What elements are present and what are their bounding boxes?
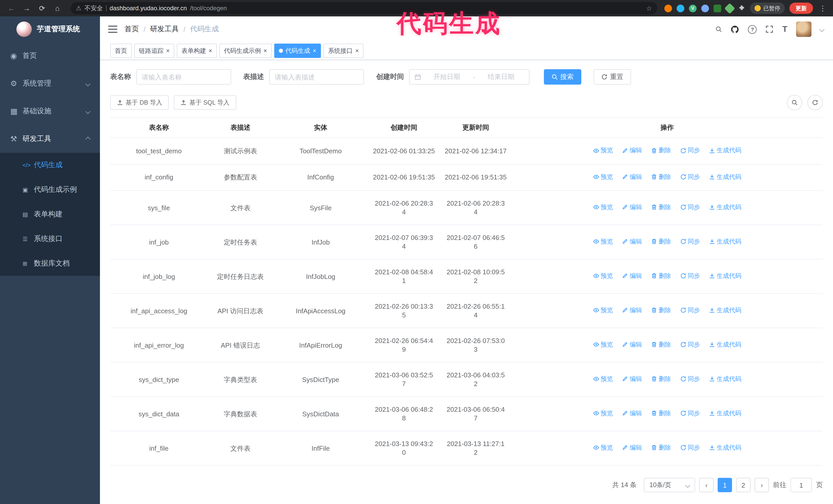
delete-link[interactable]: 删除 [651,272,671,281]
preview-link[interactable]: 预览 [593,272,613,281]
extension-icon[interactable] [714,4,721,12]
tab-codegen-example[interactable]: 代码生成示例× [219,44,272,58]
delete-link[interactable]: 删除 [651,443,671,452]
generate-code-link[interactable]: 生成代码 [709,172,741,181]
sidebar-item-home[interactable]: ◉ 首页 [0,42,100,70]
table-name-input[interactable] [136,69,231,85]
page-button-1[interactable]: 1 [718,478,732,492]
extensions-puzzle-icon[interactable] [738,5,745,12]
sync-link[interactable]: 同步 [680,172,700,181]
chevron-down-icon[interactable] [819,27,825,32]
edit-link[interactable]: 编辑 [622,172,642,181]
sidebar-item-system-api[interactable]: ☰ 系统接口 [0,226,100,251]
generate-code-link[interactable]: 生成代码 [709,340,741,349]
sidebar-item-infrastructure[interactable]: ▦ 基础设施 [0,97,100,125]
sync-link[interactable]: 同步 [680,306,700,315]
bookmark-star-icon[interactable]: ☆ [646,4,652,12]
edit-link[interactable]: 编辑 [622,237,642,246]
edit-link[interactable]: 编辑 [622,340,642,349]
font-size-icon[interactable]: T [782,25,787,34]
sync-link[interactable]: 同步 [680,340,700,349]
sync-link[interactable]: 同步 [680,409,700,418]
close-icon[interactable]: × [209,48,212,54]
tab-trace[interactable]: 链路追踪× [134,44,174,58]
sidebar-item-codegen-example[interactable]: ▣ 代码生成示例 [0,177,100,202]
delete-link[interactable]: 删除 [651,172,671,181]
vue-devtools-icon[interactable]: V [689,4,697,12]
next-page-button[interactable]: › [755,478,769,492]
forward-icon[interactable]: → [21,2,33,14]
delete-link[interactable]: 删除 [651,409,671,418]
extension-icon[interactable] [724,3,735,14]
tab-home[interactable]: 首页 [110,44,132,58]
generate-code-link[interactable]: 生成代码 [709,203,741,212]
generate-code-link[interactable]: 生成代码 [709,272,741,281]
delete-link[interactable]: 删除 [651,203,671,212]
app-logo[interactable]: 芋道管理系统 [0,17,100,42]
preview-link[interactable]: 预览 [593,146,613,155]
generate-code-link[interactable]: 生成代码 [709,146,741,155]
preview-link[interactable]: 预览 [593,172,613,181]
user-avatar[interactable] [796,22,811,37]
preview-link[interactable]: 预览 [593,443,613,452]
tab-form-builder[interactable]: 表单构建× [177,44,217,58]
sync-link[interactable]: 同步 [680,272,700,281]
preview-link[interactable]: 预览 [593,375,613,384]
page-button-2[interactable]: 2 [736,478,751,492]
page-size-select[interactable]: 10条/页 [644,478,695,492]
generate-code-link[interactable]: 生成代码 [709,409,741,418]
sidebar-item-codegen[interactable]: </> 代码生成 [0,153,100,177]
home-icon[interactable]: ⌂ [51,2,64,14]
preview-link[interactable]: 预览 [593,306,613,315]
back-icon[interactable]: ← [5,2,18,14]
reset-button[interactable]: 重置 [594,69,631,85]
hamburger-icon[interactable] [108,26,117,33]
import-sql-button[interactable]: 基于 SQL 导入 [174,95,236,110]
extension-icon[interactable] [664,4,672,12]
edit-link[interactable]: 编辑 [622,375,642,384]
delete-link[interactable]: 删除 [651,146,671,155]
sidebar-item-form-builder[interactable]: ▤ 表单构建 [0,202,100,226]
delete-link[interactable]: 删除 [651,306,671,315]
tab-system-api[interactable]: 系统接口× [324,44,363,58]
close-icon[interactable]: × [166,48,170,54]
refresh-table-button[interactable] [807,95,823,110]
edit-link[interactable]: 编辑 [622,203,642,212]
preview-link[interactable]: 预览 [593,409,613,418]
sidebar-item-system-management[interactable]: ⚙ 系统管理 [0,70,100,97]
edit-link[interactable]: 编辑 [622,306,642,315]
edit-link[interactable]: 编辑 [622,443,642,452]
toggle-search-button[interactable] [787,95,802,110]
generate-code-link[interactable]: 生成代码 [709,375,741,384]
help-icon[interactable]: ? [748,25,757,33]
github-icon[interactable] [731,25,739,33]
import-db-button[interactable]: 基于 DB 导入 [110,95,169,110]
goto-page-input[interactable] [790,478,812,492]
tab-codegen[interactable]: 代码生成× [274,44,321,58]
prev-page-button[interactable]: ‹ [699,478,714,492]
close-icon[interactable]: × [313,48,316,54]
sidebar-item-dev-tools[interactable]: ⚒ 研发工具 [0,125,100,153]
browser-menu-icon[interactable]: ⋮ [818,4,828,12]
generate-code-link[interactable]: 生成代码 [709,237,741,246]
delete-link[interactable]: 删除 [651,237,671,246]
sync-link[interactable]: 同步 [680,375,700,384]
sidebar-item-db-doc[interactable]: ⊞ 数据库文档 [0,251,100,276]
sync-link[interactable]: 同步 [680,443,700,452]
sync-link[interactable]: 同步 [680,146,700,155]
breadcrumb-home[interactable]: 首页 [124,25,139,34]
address-bar[interactable]: ⚠ 不安全 dashboard.yudao.iocoder.cn/tool/co… [71,2,657,14]
breadcrumb-dev-tools[interactable]: 研发工具 [150,25,179,34]
create-time-range-picker[interactable]: 开始日期 - 结束日期 [409,69,529,85]
preview-link[interactable]: 预览 [593,237,613,246]
edit-link[interactable]: 编辑 [622,146,642,155]
reload-icon[interactable]: ⟳ [36,2,48,14]
generate-code-link[interactable]: 生成代码 [709,306,741,315]
edit-link[interactable]: 编辑 [622,272,642,281]
preview-link[interactable]: 预览 [593,203,613,212]
extension-icon[interactable] [701,4,709,12]
delete-link[interactable]: 删除 [651,340,671,349]
delete-link[interactable]: 删除 [651,375,671,384]
preview-link[interactable]: 预览 [593,340,613,349]
sync-link[interactable]: 同步 [680,237,700,246]
